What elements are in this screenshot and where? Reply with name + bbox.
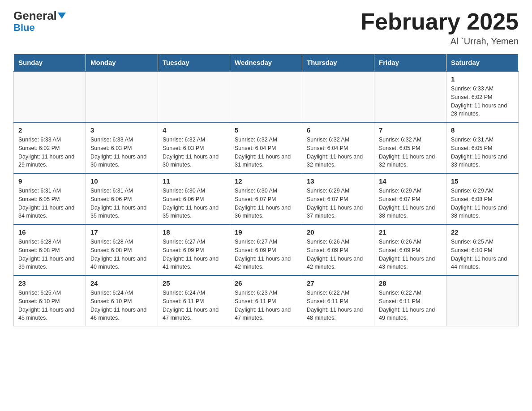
day-info: Sunrise: 6:24 AMSunset: 6:10 PMDaylight:… [90, 289, 153, 322]
day-info: Sunrise: 6:28 AMSunset: 6:08 PMDaylight:… [90, 238, 153, 271]
month-title: February 2025 [360, 9, 519, 34]
week-row-2: 2Sunrise: 6:33 AMSunset: 6:02 PMDaylight… [14, 122, 519, 173]
day-cell: 7Sunrise: 6:32 AMSunset: 6:05 PMDaylight… [374, 122, 446, 173]
day-cell: 9Sunrise: 6:31 AMSunset: 6:05 PMDaylight… [14, 173, 86, 224]
day-cell: 1Sunrise: 6:33 AMSunset: 6:02 PMDaylight… [446, 71, 519, 122]
day-number: 13 [307, 177, 369, 185]
day-cell [14, 71, 86, 122]
day-cell: 22Sunrise: 6:25 AMSunset: 6:10 PMDayligh… [446, 224, 519, 275]
day-cell: 20Sunrise: 6:26 AMSunset: 6:09 PMDayligh… [302, 224, 374, 275]
day-info: Sunrise: 6:28 AMSunset: 6:08 PMDaylight:… [18, 238, 81, 271]
day-info: Sunrise: 6:30 AMSunset: 6:07 PMDaylight:… [235, 187, 297, 220]
day-cell [86, 71, 158, 122]
day-info: Sunrise: 6:26 AMSunset: 6:09 PMDaylight:… [307, 238, 369, 271]
day-cell: 5Sunrise: 6:32 AMSunset: 6:04 PMDaylight… [230, 122, 302, 173]
day-number: 24 [90, 279, 153, 287]
logo-line1: General [13, 9, 67, 23]
header-cell-monday: Monday [86, 54, 158, 72]
day-info: Sunrise: 6:22 AMSunset: 6:11 PMDaylight:… [379, 289, 442, 322]
day-number: 21 [379, 228, 442, 236]
day-number: 5 [235, 126, 297, 134]
logo-general-text: General [13, 9, 57, 23]
week-row-1: 1Sunrise: 6:33 AMSunset: 6:02 PMDaylight… [14, 71, 519, 122]
logo-arrow-icon [57, 10, 67, 24]
day-info: Sunrise: 6:29 AMSunset: 6:07 PMDaylight:… [379, 187, 442, 220]
day-cell: 28Sunrise: 6:22 AMSunset: 6:11 PMDayligh… [374, 275, 446, 326]
day-number: 7 [379, 126, 442, 134]
day-number: 1 [451, 75, 514, 83]
day-number: 9 [18, 177, 81, 185]
day-cell: 23Sunrise: 6:25 AMSunset: 6:10 PMDayligh… [14, 275, 86, 326]
day-cell: 12Sunrise: 6:30 AMSunset: 6:07 PMDayligh… [230, 173, 302, 224]
day-number: 27 [307, 279, 369, 287]
day-cell [302, 71, 374, 122]
day-cell: 21Sunrise: 6:26 AMSunset: 6:09 PMDayligh… [374, 224, 446, 275]
header-cell-thursday: Thursday [302, 54, 374, 72]
day-number: 6 [307, 126, 369, 134]
day-number: 23 [18, 279, 81, 287]
day-info: Sunrise: 6:25 AMSunset: 6:10 PMDaylight:… [18, 289, 81, 322]
day-cell: 19Sunrise: 6:27 AMSunset: 6:09 PMDayligh… [230, 224, 302, 275]
header-cell-tuesday: Tuesday [158, 54, 230, 72]
day-cell: 15Sunrise: 6:29 AMSunset: 6:08 PMDayligh… [446, 173, 519, 224]
day-number: 28 [379, 279, 442, 287]
day-info: Sunrise: 6:24 AMSunset: 6:11 PMDaylight:… [163, 289, 225, 322]
day-cell: 3Sunrise: 6:33 AMSunset: 6:03 PMDaylight… [86, 122, 158, 173]
day-info: Sunrise: 6:32 AMSunset: 6:04 PMDaylight:… [307, 136, 369, 169]
day-cell: 2Sunrise: 6:33 AMSunset: 6:02 PMDaylight… [14, 122, 86, 173]
day-number: 25 [163, 279, 225, 287]
day-cell: 14Sunrise: 6:29 AMSunset: 6:07 PMDayligh… [374, 173, 446, 224]
day-cell: 4Sunrise: 6:32 AMSunset: 6:03 PMDaylight… [158, 122, 230, 173]
logo: General Blue [13, 9, 67, 34]
day-info: Sunrise: 6:31 AMSunset: 6:06 PMDaylight:… [90, 187, 153, 220]
day-number: 12 [235, 177, 297, 185]
day-number: 19 [235, 228, 297, 236]
day-cell: 26Sunrise: 6:23 AMSunset: 6:11 PMDayligh… [230, 275, 302, 326]
header-cell-sunday: Sunday [14, 54, 86, 72]
day-info: Sunrise: 6:27 AMSunset: 6:09 PMDaylight:… [235, 238, 297, 271]
day-cell: 18Sunrise: 6:27 AMSunset: 6:09 PMDayligh… [158, 224, 230, 275]
day-number: 17 [90, 228, 153, 236]
day-number: 16 [18, 228, 81, 236]
week-row-5: 23Sunrise: 6:25 AMSunset: 6:10 PMDayligh… [14, 275, 519, 326]
day-number: 11 [163, 177, 225, 185]
header-row: SundayMondayTuesdayWednesdayThursdayFrid… [14, 54, 519, 72]
day-info: Sunrise: 6:31 AMSunset: 6:05 PMDaylight:… [451, 136, 514, 169]
logo-blue-text: Blue [13, 22, 35, 34]
header: General Blue February 2025 Al `Urrah, Ye… [13, 9, 519, 47]
calendar-table: SundayMondayTuesdayWednesdayThursdayFrid… [13, 54, 519, 326]
day-info: Sunrise: 6:33 AMSunset: 6:02 PMDaylight:… [18, 136, 81, 169]
day-info: Sunrise: 6:29 AMSunset: 6:07 PMDaylight:… [307, 187, 369, 220]
day-info: Sunrise: 6:25 AMSunset: 6:10 PMDaylight:… [451, 238, 514, 271]
day-info: Sunrise: 6:31 AMSunset: 6:05 PMDaylight:… [18, 187, 81, 220]
day-cell: 16Sunrise: 6:28 AMSunset: 6:08 PMDayligh… [14, 224, 86, 275]
title-area: February 2025 Al `Urrah, Yemen [360, 9, 519, 47]
header-cell-wednesday: Wednesday [230, 54, 302, 72]
day-number: 3 [90, 126, 153, 134]
day-number: 14 [379, 177, 442, 185]
day-number: 4 [163, 126, 225, 134]
svg-marker-0 [58, 13, 66, 19]
week-row-3: 9Sunrise: 6:31 AMSunset: 6:05 PMDaylight… [14, 173, 519, 224]
day-info: Sunrise: 6:22 AMSunset: 6:11 PMDaylight:… [307, 289, 369, 322]
day-number: 15 [451, 177, 514, 185]
day-info: Sunrise: 6:27 AMSunset: 6:09 PMDaylight:… [163, 238, 225, 271]
day-cell: 13Sunrise: 6:29 AMSunset: 6:07 PMDayligh… [302, 173, 374, 224]
day-cell [230, 71, 302, 122]
calendar-header: SundayMondayTuesdayWednesdayThursdayFrid… [14, 54, 519, 72]
header-cell-friday: Friday [374, 54, 446, 72]
day-number: 10 [90, 177, 153, 185]
day-info: Sunrise: 6:32 AMSunset: 6:04 PMDaylight:… [235, 136, 297, 169]
day-cell: 17Sunrise: 6:28 AMSunset: 6:08 PMDayligh… [86, 224, 158, 275]
day-cell: 27Sunrise: 6:22 AMSunset: 6:11 PMDayligh… [302, 275, 374, 326]
day-number: 2 [18, 126, 81, 134]
day-number: 26 [235, 279, 297, 287]
day-cell: 6Sunrise: 6:32 AMSunset: 6:04 PMDaylight… [302, 122, 374, 173]
day-number: 20 [307, 228, 369, 236]
day-cell: 8Sunrise: 6:31 AMSunset: 6:05 PMDaylight… [446, 122, 519, 173]
calendar-body: 1Sunrise: 6:33 AMSunset: 6:02 PMDaylight… [14, 71, 519, 326]
day-number: 18 [163, 228, 225, 236]
location-title: Al `Urrah, Yemen [360, 36, 519, 47]
day-info: Sunrise: 6:26 AMSunset: 6:09 PMDaylight:… [379, 238, 442, 271]
day-info: Sunrise: 6:33 AMSunset: 6:03 PMDaylight:… [90, 136, 153, 169]
